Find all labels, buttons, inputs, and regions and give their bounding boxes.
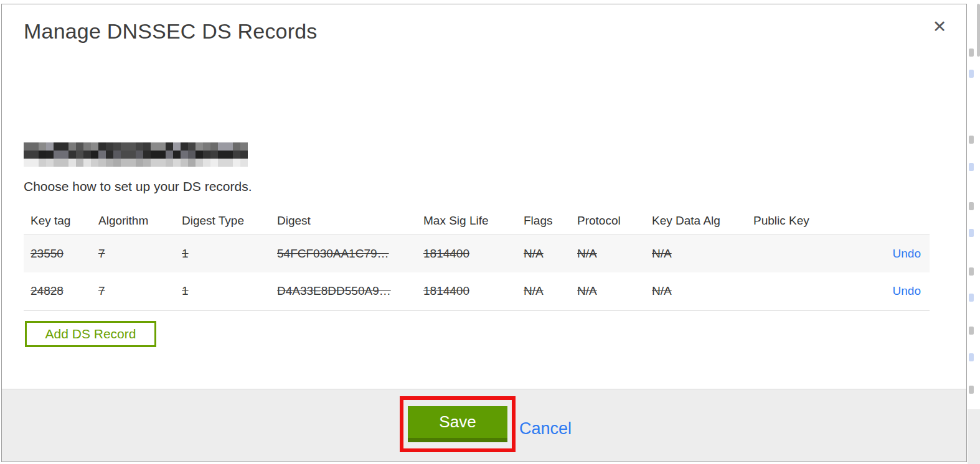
occluded-background-text-fragment <box>969 386 974 394</box>
undo-link[interactable]: Undo <box>893 284 921 297</box>
occluded-background-text-fragment <box>969 353 974 361</box>
occluded-background-text-fragment <box>969 136 974 144</box>
redacted-domain-name <box>24 142 248 167</box>
cell-digest-type: 1 <box>182 247 189 260</box>
cell-protocol: N/A <box>577 247 597 260</box>
col-header-flags: Flags <box>524 207 577 234</box>
screen: Manage DNSSEC DS Records ✕ Choose how to… <box>0 0 980 464</box>
occluded-background-text-fragment <box>969 229 974 237</box>
save-button[interactable]: Save <box>408 406 507 442</box>
col-header-digest-type: Digest Type <box>182 207 277 234</box>
cell-digest: 54FCF030AA1C79… <box>277 247 389 260</box>
table-row: 24828 7 1 D4A33E8DD550A9… 1814400 N/A N/… <box>24 272 930 310</box>
col-header-key-data-alg: Key Data Alg <box>652 207 753 234</box>
cell-key-tag: 24828 <box>31 284 64 297</box>
cell-max-sig-life: 1814400 <box>423 284 469 297</box>
occluded-background-page <box>968 0 980 464</box>
cell-key-tag: 23550 <box>31 247 64 260</box>
occluded-background-text-fragment <box>969 294 974 302</box>
modal-footer: Save Cancel <box>2 389 966 462</box>
col-header-max-sig-life: Max Sig Life <box>423 207 524 234</box>
occluded-background-text-fragment <box>969 49 974 57</box>
add-ds-record-button[interactable]: Add DS Record <box>25 321 156 347</box>
occluded-background-footer <box>968 409 980 464</box>
occluded-background-text-fragment <box>969 267 974 276</box>
occluded-background-text-fragment <box>969 327 974 335</box>
occluded-background-text-fragment <box>969 70 974 78</box>
annotation-highlight-rect: Save <box>400 396 516 452</box>
undo-link[interactable]: Undo <box>893 247 921 260</box>
intro-text: Choose how to set up your DS records. <box>24 179 252 194</box>
cell-key-data-alg: N/A <box>652 284 672 297</box>
col-header-key-tag: Key tag <box>24 207 98 234</box>
occluded-background-text-fragment <box>969 202 974 210</box>
cell-protocol: N/A <box>577 284 597 297</box>
cancel-link[interactable]: Cancel <box>519 419 572 438</box>
cell-digest-type: 1 <box>182 284 189 297</box>
cell-flags: N/A <box>524 247 544 260</box>
table-row: 23550 7 1 54FCF030AA1C79… 1814400 N/A N/… <box>24 234 930 272</box>
occluded-background-text-fragment <box>969 163 974 171</box>
modal-title: Manage DNSSEC DS Records <box>24 19 318 44</box>
col-header-actions <box>841 207 930 234</box>
cell-max-sig-life: 1814400 <box>423 247 469 260</box>
col-header-public-key: Public Key <box>753 207 841 234</box>
cell-flags: N/A <box>524 284 544 297</box>
col-header-algorithm: Algorithm <box>98 207 182 234</box>
manage-dnssec-modal: Manage DNSSEC DS Records ✕ Choose how to… <box>1 4 967 462</box>
cell-digest: D4A33E8DD550A9… <box>277 284 391 297</box>
scrollbar-thumb[interactable] <box>977 4 980 57</box>
table-header-row: Key tag Algorithm Digest Type Digest Max… <box>24 207 930 234</box>
ds-records-table: Key tag Algorithm Digest Type Digest Max… <box>24 207 930 311</box>
col-header-protocol: Protocol <box>577 207 652 234</box>
col-header-digest: Digest <box>277 207 423 234</box>
cell-key-data-alg: N/A <box>652 247 672 260</box>
cell-algorithm: 7 <box>98 247 105 260</box>
cell-algorithm: 7 <box>98 284 105 297</box>
close-icon[interactable]: ✕ <box>928 16 951 38</box>
